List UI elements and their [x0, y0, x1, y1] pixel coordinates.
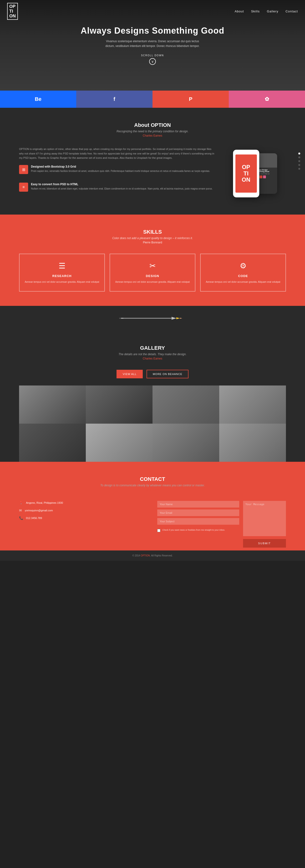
social-facebook[interactable]: f	[76, 91, 152, 108]
hero-subtitle: Vivamus scelerisque elementum viverra. D…	[102, 39, 203, 48]
nav-contact[interactable]: Contact	[285, 9, 298, 13]
phone-main: OPTION	[233, 150, 259, 197]
footer: © 2014 OPTION. All Rights Reserved.	[0, 551, 305, 561]
contact-form: Check if you want news or freebies from …	[157, 501, 286, 536]
contact-email: ✉ yorinsquinn@gmail.com	[19, 508, 148, 512]
about-subtitle: Recognizing the need is the primary cond…	[19, 130, 286, 133]
contact-form-right: SUBMIT	[243, 501, 286, 536]
feature-bootstrap-title: Designed with Bootstrap 3.0 Grid	[31, 165, 210, 168]
feature-psd-text: Easy to convert from PSD to HTML Nullam …	[31, 183, 212, 195]
gallery-subtitle: The details are not the details. They ma…	[19, 352, 286, 356]
contact-forms: Check if you want news or freebies from …	[157, 501, 286, 536]
skills-section: SKILLS Color does not add a pleasant qua…	[0, 215, 305, 306]
feature-psd-title: Easy to convert from PSD to HTML	[31, 183, 212, 186]
about-body: OPTION is originally an option of mine, …	[19, 147, 214, 160]
scroll-label: SCROLL DOWN	[141, 54, 164, 57]
gallery-item-2[interactable]	[86, 385, 152, 424]
gallery-item-3[interactable]	[152, 385, 219, 424]
gallery-thumb-3	[152, 385, 219, 424]
gallery-buttons: VIEW ALL MORE ON BEHANCE	[19, 370, 286, 378]
about-title: About OPTION	[19, 122, 286, 128]
about-phones: OPTION Always DesignSomething Good Lorem…	[224, 147, 286, 200]
phone-sec-icon-2	[260, 176, 262, 178]
about-content: OPTION is originally an option of mine, …	[19, 147, 286, 200]
footer-text: © 2014 OPTION. All Rights Reserved.	[4, 554, 301, 557]
nav-links: About Skills Gallery Contact	[235, 9, 298, 13]
social-behance[interactable]: Be	[0, 91, 76, 108]
newsletter-row: Check if you want news or freebies from …	[157, 529, 239, 532]
gallery-behance[interactable]: MORE ON BEHANCE	[146, 370, 189, 378]
research-icon: ☰	[24, 261, 100, 270]
skills-author: Pierre Bonnard	[19, 241, 286, 244]
feature-bootstrap-desc: Proin sapien leo, venenatis facilisis ti…	[31, 169, 210, 173]
pencil-illustration	[117, 315, 188, 321]
contact-subtitle: To design is to communicate clearly by w…	[19, 484, 286, 487]
gallery-view-all[interactable]: VIEW ALL	[116, 370, 143, 378]
nav-skills[interactable]: Skills	[251, 9, 260, 13]
phone-logo: OPTION	[242, 164, 250, 183]
hero-title: Always Designs Something Good	[80, 26, 224, 36]
social-dribbble[interactable]: ✿	[229, 91, 305, 108]
research-name: RESEARCH	[24, 274, 100, 278]
about-text-block: OPTION is originally an option of mine, …	[19, 147, 214, 200]
phone-screen-main: OPTION	[235, 154, 257, 193]
gallery-item-4[interactable]	[219, 385, 286, 424]
contact-address: 📍 Angono, Rizal, Philippines 1930	[19, 501, 148, 505]
side-dot-3[interactable]	[298, 160, 300, 162]
side-dot-2[interactable]	[298, 156, 300, 158]
about-author: Charles Eames	[19, 134, 286, 137]
phone-sec-icon-3	[263, 176, 266, 178]
skill-design: ✂ DESIGN Aenean tempus orci vel dolor ac…	[110, 254, 195, 291]
scroll-circle[interactable]: ∨	[149, 58, 156, 65]
address-icon: 📍	[19, 501, 23, 505]
nav-about[interactable]: About	[235, 9, 244, 13]
side-dot-1[interactable]	[298, 153, 300, 154]
gallery-section: GALLERY The details are not the details.…	[0, 331, 305, 462]
gallery-item-1[interactable]	[19, 385, 86, 424]
gallery-thumb-1	[19, 385, 86, 424]
gallery-item-8[interactable]	[219, 424, 286, 462]
phone-icon: 📞	[19, 516, 23, 520]
social-pinterest[interactable]: P	[152, 91, 229, 108]
email-input[interactable]	[157, 509, 239, 516]
gallery-item-6[interactable]	[86, 424, 152, 462]
gallery-item-5[interactable]	[19, 424, 86, 462]
contact-title: CONTACT	[19, 476, 286, 482]
design-name: DESIGN	[115, 274, 190, 278]
design-desc: Aenean tempus orci vel dolor accumsan gr…	[115, 280, 190, 284]
name-input[interactable]	[157, 501, 239, 507]
skill-code: ⚙ CODE Aenean tempus orci vel dolor accu…	[200, 254, 286, 291]
svg-marker-1	[172, 317, 176, 320]
design-icon: ✂	[115, 261, 190, 270]
feature-bootstrap-text: Designed with Bootstrap 3.0 Grid Proin s…	[31, 165, 210, 178]
pencil-area	[0, 306, 305, 331]
contact-content: 📍 Angono, Rizal, Philippines 1930 ✉ yori…	[19, 501, 286, 536]
gallery-thumb-6	[86, 424, 152, 462]
scroll-down[interactable]: SCROLL DOWN ∨	[141, 54, 164, 65]
side-dot-5[interactable]	[298, 168, 300, 170]
phone-text: 012.3456.789	[26, 517, 42, 520]
hero-content: Always Designs Something Good Vivamus sc…	[76, 26, 229, 48]
email-icon: ✉	[19, 508, 22, 512]
address-text: Angono, Rizal, Philippines 1930	[26, 501, 63, 504]
footer-brand: OPTION	[141, 554, 150, 557]
contact-section: CONTACT To design is to communicate clea…	[0, 462, 305, 551]
about-section: About OPTION Recognizing the need is the…	[0, 108, 305, 215]
feature-bootstrap-icon: ⊞	[19, 165, 28, 174]
message-textarea[interactable]	[243, 501, 286, 536]
newsletter-checkbox[interactable]	[157, 529, 160, 532]
nav-gallery[interactable]: Gallery	[267, 9, 278, 13]
newsletter-label: Check if you want news or freebies from …	[162, 529, 225, 532]
feature-psd-desc: Nullam mi est, bibendum sit amet diam eg…	[31, 187, 212, 191]
svg-marker-2	[176, 317, 180, 319]
logo[interactable]: OP TI ON	[7, 3, 18, 20]
subject-input[interactable]	[157, 518, 239, 525]
gallery-thumb-4	[219, 385, 286, 424]
svg-rect-5	[121, 318, 124, 319]
submit-button[interactable]: SUBMIT	[243, 539, 286, 548]
feature-psd-icon: ≡	[19, 183, 28, 192]
contact-phone: 📞 012.3456.789	[19, 516, 148, 520]
side-dot-4[interactable]	[298, 164, 300, 166]
svg-marker-3	[180, 318, 182, 319]
gallery-item-7[interactable]	[152, 424, 219, 462]
